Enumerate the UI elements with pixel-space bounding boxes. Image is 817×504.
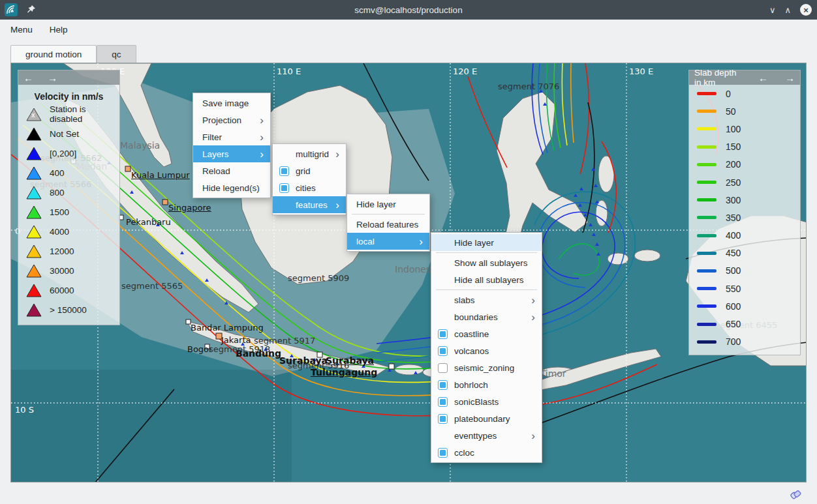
legend-item: 12000 [18,241,119,261]
menu-item-hide-all-sublayers[interactable]: Hide all sublayers [431,271,542,288]
velocity-legend-header: ← → [18,70,119,85]
menu-item-menu[interactable]: Menu [10,25,33,35]
legend-item: [0,200] [18,143,119,163]
menu-item-reload-features[interactable]: Reload features [347,216,429,233]
slab-legend-header: Slab depth in km ← → [689,70,800,85]
station-triangle-icon [26,264,42,278]
depth-line-swatch [697,216,717,219]
menu-item-sonicblasts[interactable]: sonicBlasts [431,393,542,410]
legend-item: 0 [689,85,800,102]
menu-item-plateboundary[interactable]: plateboundary [431,410,542,427]
features-submenu: Hide layer Reload features local› [347,194,430,252]
submenu-arrow-icon: › [254,149,264,160]
checkbox-unchecked[interactable] [438,363,448,373]
menu-item-reload[interactable]: Reload [193,162,270,179]
menu-item-coastline[interactable]: coastline [431,325,542,342]
depth-line-swatch [697,304,717,308]
legend-item: 200 [689,156,800,173]
local-submenu: Hide layer Show all sublayers Hide all s… [431,232,542,463]
checkbox-checked[interactable] [438,397,448,407]
checkbox-checked[interactable] [438,329,448,339]
map-label-segment-5909: segment 5909 [288,273,349,283]
menu-item-save-image[interactable]: Save image [193,95,270,111]
menu-item-projection[interactable]: Projection› [193,111,270,128]
submenu-arrow-icon: › [330,200,339,211]
checkbox-checked[interactable] [279,183,289,193]
map-label-singapore: Singapore [168,203,211,213]
menu-item-bohrloch[interactable]: bohrloch [431,376,542,393]
menu-item-multigrid[interactable]: multigrid› [273,145,346,162]
submenu-arrow-icon: › [254,132,264,143]
legend-item: > 150000 [18,300,119,319]
tab-ground-motion[interactable]: ground motion [10,45,97,63]
checkbox-checked[interactable] [438,448,448,458]
legend-prev-arrow-icon[interactable]: ← [758,73,768,83]
menu-item-seismic-zoning[interactable]: seismic_zoning [431,359,542,376]
map-label-pekanbaru: Pekanbaru [126,217,171,227]
depth-line-swatch [697,92,717,95]
menu-separator [436,252,537,253]
lon-label-130e: 130 E [629,67,653,76]
legend-item: 450 [689,245,800,262]
station-triangle-icon [26,166,42,180]
legend-item: 300 [689,191,800,209]
checkbox-checked[interactable] [438,380,448,390]
menu-item-volcanos[interactable]: volcanos [431,342,542,359]
station-disabled-triangle-icon: x [26,108,42,121]
menubar: Menu Help [0,20,817,39]
legend-item: 350 [689,209,800,226]
menu-separator [352,214,425,215]
status-bar [0,483,817,504]
depth-line-swatch [697,198,717,201]
menu-item-hide-layer[interactable]: Hide layer [347,196,429,213]
menu-item-local[interactable]: local› [347,233,429,250]
lat-label-10s: 10 S [15,405,34,415]
map-label-jakarta: Jakarta [221,335,251,345]
legend-item: 500 [689,262,800,280]
legend-item: 400 [689,227,800,245]
tab-qc[interactable]: qc [97,45,136,63]
menu-item-grid[interactable]: grid [273,162,346,179]
legend-prev-arrow-icon[interactable]: ← [23,73,33,83]
station-triangle-icon [26,303,42,317]
legend-next-arrow-icon[interactable]: → [48,73,57,83]
map-canvas[interactable]: 100 E 110 E 120 E 130 E 0 10 S Malaysia … [10,63,807,482]
menu-item-layers[interactable]: Layers› [193,145,270,162]
menu-item-help[interactable]: Help [50,25,68,35]
checkbox-checked[interactable] [279,166,289,176]
depth-line-swatch [697,252,717,255]
legend-item: 400 [18,163,119,183]
map-label-kuala-lumpur: Kuala Lumpur [131,170,190,180]
menu-item-eventtypes[interactable]: eventtypes› [431,427,542,444]
checkbox-checked[interactable] [438,346,448,356]
window-title: scmv@localhost/production [0,5,817,15]
legend-item: 50 [689,102,800,120]
legend-item: 600 [689,297,800,315]
menu-item-boundaries[interactable]: boundaries› [431,308,542,325]
menu-item-cities[interactable]: cities [273,179,346,196]
menu-item-hide-legends[interactable]: Hide legend(s) [193,179,270,196]
menu-item-filter[interactable]: Filter› [193,128,270,145]
maximize-button[interactable]: ∧ [784,6,791,14]
submenu-arrow-icon: › [330,149,339,160]
legend-next-arrow-icon[interactable]: → [785,73,795,83]
map-context-menu: Save image Projection› Filter› Layers› R… [193,93,271,198]
close-button[interactable]: × [800,4,812,16]
depth-line-swatch [697,287,717,290]
menu-item-show-all-sublayers[interactable]: Show all sublayers [431,254,542,271]
velocity-legend-title: Velocity in nm/s [18,91,119,102]
drag-mode-icon[interactable] [788,487,803,501]
menu-separator [436,289,537,290]
lon-label-110e: 110 E [277,67,301,76]
legend-item: 4000 [18,222,119,241]
map-label-segment-5918: segment 5918 [209,344,270,354]
minimize-button[interactable]: ∨ [769,6,776,14]
legend-item: 150 [689,138,800,156]
menu-item-slabs[interactable]: slabs› [431,291,542,308]
checkbox-checked[interactable] [438,414,448,424]
depth-line-swatch [697,181,717,184]
menu-item-features[interactable]: features› [273,196,346,213]
menu-item-hide-layer[interactable]: Hide layer [431,234,542,251]
menu-item-ccloc[interactable]: ccloc [431,444,542,461]
depth-line-swatch [697,269,717,273]
